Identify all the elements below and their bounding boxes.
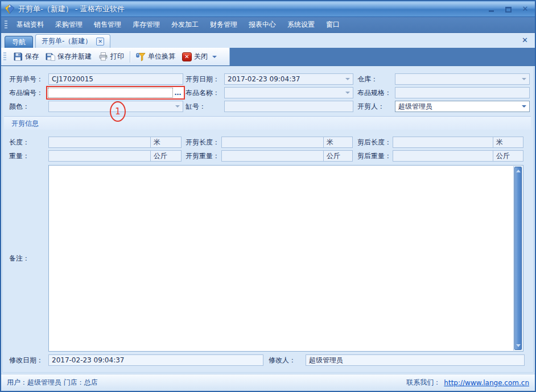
cut-weight-field[interactable] bbox=[221, 150, 324, 162]
modifier-label: 修改人： bbox=[269, 354, 296, 366]
menu-purchase[interactable]: 采购管理 bbox=[50, 18, 88, 32]
cutter-select[interactable]: 超级管理员 bbox=[395, 101, 530, 112]
minimize-icon bbox=[489, 10, 494, 12]
weight-unit-box: 公斤 bbox=[150, 150, 182, 162]
close-button[interactable]: ✕ bbox=[521, 5, 529, 13]
annotation-marker-1: 1 bbox=[110, 101, 126, 122]
after-length-label: 剪后长度： bbox=[357, 137, 391, 148]
remark-textarea[interactable] bbox=[48, 165, 523, 352]
contact-us-link[interactable]: http://www.lange.com.cn bbox=[444, 379, 529, 387]
minimize-button[interactable] bbox=[487, 5, 495, 13]
print-button[interactable]: 打印 bbox=[95, 50, 127, 63]
cut-length-label: 开剪长度： bbox=[185, 137, 220, 148]
fabric-no-field-highlighted[interactable]: … bbox=[46, 86, 185, 100]
tab-navigation-label: 导航 bbox=[12, 38, 26, 47]
toolbar: 保存 保存并新建 打印 bbox=[1, 48, 535, 66]
chevron-down-icon[interactable] bbox=[212, 56, 217, 58]
unit-convert-button[interactable]: 单位换算 bbox=[133, 50, 179, 63]
fabric-spec-field[interactable] bbox=[395, 87, 530, 98]
chevron-down-icon[interactable] bbox=[345, 78, 350, 80]
toolbar-grip-icon bbox=[5, 20, 7, 30]
remark-scrollbar-thumb[interactable] bbox=[514, 167, 522, 350]
modify-date-field: 2017-02-23 09:04:37 bbox=[48, 354, 263, 366]
order-no-label: 开剪单号： bbox=[9, 73, 43, 85]
menu-sales[interactable]: 销售管理 bbox=[88, 18, 127, 32]
modify-date-value: 2017-02-23 09:04:37 bbox=[52, 356, 124, 364]
cut-weight-unit-box: 公斤 bbox=[323, 150, 353, 162]
fabric-spec-label: 布品规格： bbox=[357, 87, 391, 98]
menu-window[interactable]: 窗口 bbox=[320, 18, 345, 32]
tab-strip: 导航 开剪单-（新建） ✕ ✕ bbox=[1, 33, 535, 48]
tab-cut-order[interactable]: 开剪单-（新建） ✕ bbox=[35, 34, 110, 48]
weight-field[interactable] bbox=[48, 150, 151, 162]
order-no-field[interactable]: CJ17020015 bbox=[48, 73, 183, 85]
cut-date-field[interactable]: 2017-02-23 09:04:37 bbox=[224, 73, 353, 85]
tabstrip-close-icon[interactable]: ✕ bbox=[522, 36, 528, 44]
menu-reports[interactable]: 报表中心 bbox=[243, 18, 282, 32]
after-weight-label: 剪后重量： bbox=[357, 150, 391, 162]
remark-scrollbar[interactable] bbox=[513, 166, 522, 350]
scroll-up-icon[interactable] bbox=[516, 170, 521, 172]
close-form-button[interactable]: ✕ 关闭 bbox=[179, 50, 220, 63]
warehouse-select[interactable] bbox=[395, 73, 530, 85]
fabric-no-lookup-button[interactable]: … bbox=[173, 88, 183, 98]
menu-finance[interactable]: 财务管理 bbox=[204, 18, 243, 32]
menu-bar: 基础资料 采购管理 销售管理 库存管理 外发加工 财务管理 报表中心 系统设置 … bbox=[1, 17, 535, 33]
fabric-name-label: 布品名称： bbox=[185, 87, 220, 98]
cut-info-section-header: 开剪信息 bbox=[4, 116, 531, 130]
chevron-down-icon[interactable] bbox=[175, 105, 180, 108]
cut-length-field[interactable] bbox=[221, 137, 324, 148]
toolbar-separator bbox=[130, 51, 130, 63]
vat-no-field[interactable] bbox=[224, 101, 353, 112]
save-and-new-button[interactable]: 保存并新建 bbox=[42, 50, 95, 63]
cut-date-label: 开剪日期： bbox=[185, 73, 220, 85]
chevron-down-icon[interactable] bbox=[522, 78, 526, 80]
after-weight-field[interactable] bbox=[393, 150, 493, 162]
tab-close-icon[interactable]: ✕ bbox=[96, 38, 104, 46]
length-field[interactable] bbox=[48, 137, 151, 148]
cut-order-form: 开剪单号： CJ17020015 开剪日期： 2017-02-23 09:04:… bbox=[1, 66, 535, 374]
save-button[interactable]: 保存 bbox=[10, 50, 42, 63]
window-title: 开剪单-（新建） - 蓝格布业软件 bbox=[18, 4, 487, 14]
warehouse-label: 仓库： bbox=[357, 73, 378, 85]
scroll-down-icon[interactable] bbox=[516, 344, 521, 347]
cutter-value: 超级管理员 bbox=[398, 102, 432, 112]
after-length-field[interactable] bbox=[393, 137, 493, 148]
save-button-label: 保存 bbox=[25, 52, 39, 61]
print-button-label: 打印 bbox=[110, 52, 124, 61]
cutter-label: 开剪人： bbox=[357, 101, 385, 112]
fabric-no-input[interactable] bbox=[48, 88, 173, 98]
chevron-down-icon[interactable] bbox=[522, 105, 526, 108]
fabric-name-select[interactable] bbox=[224, 87, 353, 98]
save-icon bbox=[13, 52, 23, 61]
chevron-down-icon[interactable] bbox=[345, 92, 350, 94]
cut-weight-label: 开剪重量： bbox=[185, 150, 220, 162]
status-user-store: 用户：超级管理员 门店：总店 bbox=[7, 378, 98, 387]
order-no-value: CJ17020015 bbox=[52, 75, 93, 83]
vat-no-label: 缸号： bbox=[185, 101, 206, 112]
tab-cut-order-label: 开剪单-（新建） bbox=[42, 36, 92, 46]
save-and-new-button-label: 保存并新建 bbox=[57, 52, 92, 61]
titlebar: 开剪单-（新建） - 蓝格布业软件 ✕ bbox=[1, 1, 535, 17]
menu-system-settings[interactable]: 系统设置 bbox=[282, 18, 320, 32]
app-logo-icon bbox=[5, 4, 15, 14]
close-form-button-label: 关闭 bbox=[194, 52, 208, 61]
menu-basic-data[interactable]: 基础资料 bbox=[11, 18, 50, 32]
contact-us-label: 联系我们： bbox=[406, 378, 440, 387]
menu-outsourcing[interactable]: 外发加工 bbox=[166, 18, 204, 32]
maximize-button[interactable] bbox=[504, 5, 512, 13]
cut-date-value: 2017-02-23 09:04:37 bbox=[228, 75, 300, 83]
after-weight-unit-box: 公斤 bbox=[493, 150, 523, 162]
color-label: 颜色： bbox=[9, 101, 30, 112]
print-icon bbox=[98, 52, 108, 61]
app-window: 开剪单-（新建） - 蓝格布业软件 ✕ 基础资料 采购管理 销售管理 库存管理 … bbox=[0, 0, 536, 392]
modifier-value: 超级管理员 bbox=[309, 356, 343, 365]
cut-info-section-title: 开剪信息 bbox=[11, 119, 39, 129]
menu-inventory[interactable]: 库存管理 bbox=[127, 18, 166, 32]
tab-navigation[interactable]: 导航 bbox=[5, 36, 33, 48]
close-red-icon: ✕ bbox=[182, 52, 192, 61]
status-bar: 用户：超级管理员 门店：总店 联系我们： http://www.lange.co… bbox=[1, 374, 535, 391]
modifier-field: 超级管理员 bbox=[306, 354, 525, 366]
toolbar-grip-icon bbox=[3, 52, 6, 61]
unit-convert-button-label: 单位换算 bbox=[148, 52, 175, 61]
